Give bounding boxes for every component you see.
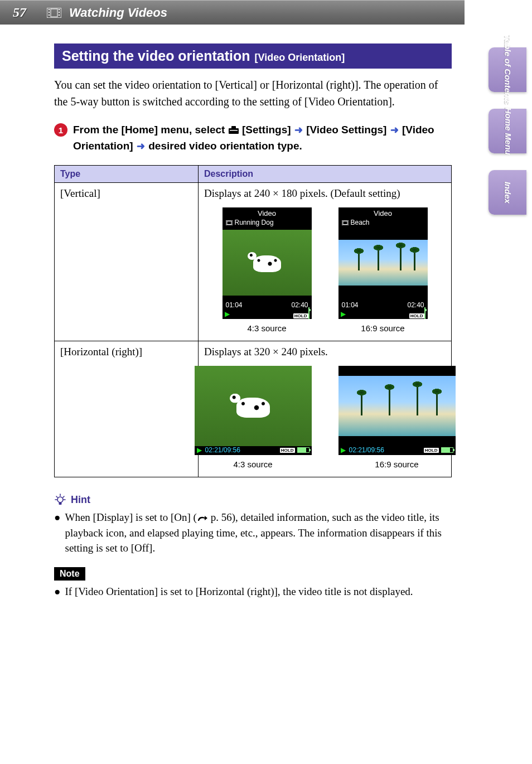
video-icon	[47, 8, 61, 18]
bullet-icon: ●	[54, 510, 60, 556]
tab-label: Home Menu	[503, 107, 512, 154]
note-text: If [Video Orientation] is set to [Horizo…	[65, 584, 413, 599]
svg-point-15	[57, 497, 63, 502]
note-label: Note	[54, 567, 85, 581]
step-number-badge: 1	[54, 123, 67, 137]
battery-icon	[441, 447, 453, 453]
note-body: ● If [Video Orientation] is set to [Hori…	[54, 584, 452, 599]
cell-type: [Horizontal (right)]	[55, 341, 199, 477]
time-elapsed: 01:04	[226, 301, 243, 309]
table-row: [Horizontal (right)] Displays at 320 × 2…	[55, 341, 452, 477]
step-part: desired video orientation type.	[148, 140, 302, 152]
time-display: 02:21/09:56	[205, 446, 240, 454]
section-title: Watching Videos	[69, 6, 167, 20]
screen-subtitle: Beach	[338, 217, 428, 228]
hold-badge: HOLD	[280, 448, 295, 453]
play-icon: ▶	[341, 446, 346, 454]
page-number: 57	[0, 5, 39, 20]
tab-home-menu[interactable]: Home Menu	[489, 109, 526, 153]
hint-body: ● When [Display] is set to [On] ( p. 56)…	[54, 510, 452, 556]
svg-rect-1	[49, 9, 50, 10]
desc-text: Displays at 240 × 180 pixels. (Default s…	[204, 187, 446, 200]
hint-heading: Hint	[54, 493, 452, 506]
hint-pageref: p. 56	[208, 511, 232, 523]
page: 57 Watching Videos Table of Contents Hom…	[0, 0, 532, 764]
svg-rect-14	[343, 221, 347, 224]
step-part: [Video Settings]	[306, 124, 390, 136]
step-1: 1 From the [Home] menu, select [Settings…	[54, 122, 452, 154]
intro-text: You can set the video orientation to [Ve…	[54, 76, 452, 110]
step-part: From the [Home] menu, select	[73, 124, 228, 136]
device-screenshot: ▶ 02:21/09:56 HOLD	[195, 366, 312, 455]
device-screenshot: Video Beach	[338, 207, 428, 319]
svg-rect-6	[59, 14, 60, 16]
options-table: Type Description [Vertical] Displays at …	[54, 165, 452, 477]
content-area: Setting the video orientation [Video Ori…	[54, 43, 452, 599]
thumb-vertical-169: Video Beach	[338, 207, 428, 333]
hint-text: When [Display] is set to [On] ( p. 56), …	[65, 510, 452, 556]
thumb-caption: 16:9 source	[375, 460, 418, 469]
svg-rect-2	[49, 12, 50, 13]
hold-badge: HOLD	[424, 448, 439, 453]
screen-subtitle-text: Running Dog	[235, 219, 274, 226]
cell-desc: Displays at 240 × 180 pixels. (Default s…	[199, 183, 452, 341]
bullet-icon: ●	[54, 584, 60, 599]
svg-rect-8	[229, 128, 239, 134]
hold-badge: HOLD	[409, 313, 424, 318]
svg-rect-10	[230, 130, 238, 131]
thumb-caption: 4:3 source	[233, 460, 272, 469]
hint-label: Hint	[71, 494, 90, 506]
play-icon: ▶	[197, 446, 202, 454]
tab-label: Table of Contents	[503, 35, 512, 105]
time-elapsed: 01:04	[342, 301, 359, 309]
battery-icon	[297, 447, 309, 453]
hint-icon	[54, 493, 66, 506]
svg-rect-7	[51, 9, 57, 17]
page-header: 57 Watching Videos	[0, 0, 465, 25]
toolbox-icon	[228, 124, 242, 136]
thumb-horizontal-43: ▶ 02:21/09:56 HOLD 4:3 source	[195, 366, 312, 469]
th-type: Type	[55, 166, 199, 183]
desc-text: Displays at 320 × 240 pixels.	[204, 346, 446, 358]
svg-rect-9	[231, 126, 236, 129]
thumb-caption: 4:3 source	[247, 323, 286, 333]
th-description: Description	[199, 166, 452, 183]
cell-type: [Vertical]	[55, 183, 199, 341]
screen-title: Video	[338, 207, 428, 217]
cell-desc: Displays at 320 × 240 pixels. ▶ 02:21/09…	[199, 341, 452, 477]
screen-subtitle: Running Dog	[223, 217, 312, 228]
thumb-horizontal-169: ▶ 02:21/09:56 HOLD 16:9 source	[338, 366, 456, 469]
screen-title: Video	[223, 207, 312, 217]
time-display: 02:21/09:56	[349, 446, 384, 454]
device-screenshot: ▶ 02:21/09:56 HOLD	[338, 366, 456, 455]
page-ref-icon	[197, 514, 208, 522]
heading-main: Setting the video orientation	[62, 48, 250, 64]
battery-icon	[308, 307, 309, 319]
svg-rect-16	[59, 502, 62, 505]
tab-index[interactable]: Index	[489, 170, 526, 215]
device-screenshot: Video Running Dog 0	[223, 207, 312, 319]
step-part: [Settings]	[242, 124, 294, 136]
hold-badge: HOLD	[293, 313, 308, 318]
step-text: From the [Home] menu, select [Settings] …	[73, 122, 452, 154]
table-row: [Vertical] Displays at 240 × 180 pixels.…	[55, 183, 452, 341]
play-icon: ▶	[225, 310, 230, 318]
thumb-caption: 16:9 source	[361, 323, 404, 333]
hint-text-a: When [Display] is set to [On] (	[65, 511, 196, 523]
svg-rect-5	[59, 12, 60, 13]
tab-table-of-contents[interactable]: Table of Contents	[489, 47, 526, 92]
svg-rect-4	[59, 9, 60, 10]
video-icon	[226, 220, 233, 225]
arrow-icon: ➜	[390, 124, 399, 136]
svg-rect-3	[49, 14, 50, 16]
arrow-icon: ➜	[136, 141, 146, 152]
play-icon: ▶	[341, 310, 346, 318]
heading-sub: [Video Orientation]	[255, 52, 345, 64]
tab-label: Index	[503, 181, 512, 203]
arrow-icon: ➜	[294, 124, 303, 136]
battery-icon	[424, 307, 425, 319]
svg-rect-12	[227, 221, 231, 224]
thumb-vertical-43: Video Running Dog 0	[223, 207, 312, 333]
video-icon	[342, 220, 349, 225]
screen-subtitle-text: Beach	[351, 219, 370, 226]
